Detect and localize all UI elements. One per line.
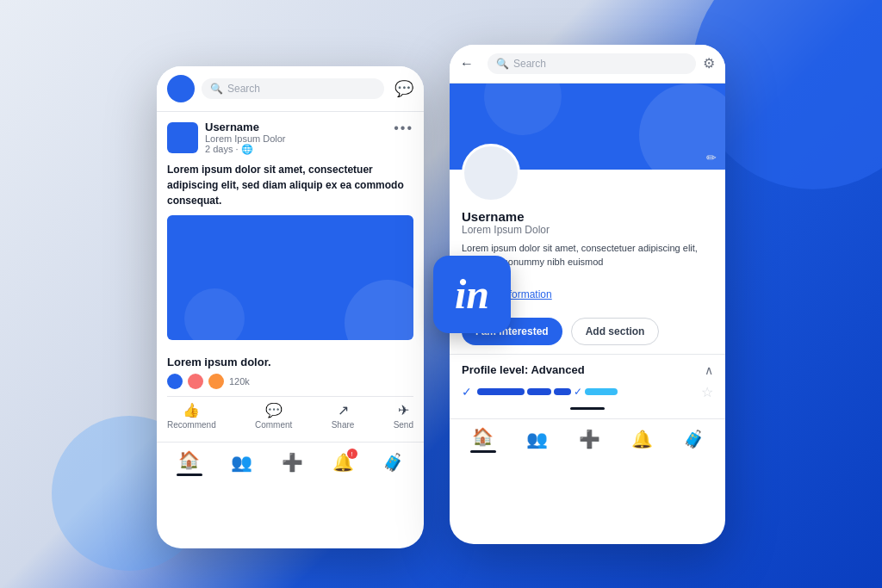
nav-item-home-right[interactable]: 🏠 [470, 426, 496, 453]
send-label: Send [394, 420, 413, 430]
reaction-dot-red [188, 374, 203, 389]
back-arrow-button[interactable]: ← [460, 56, 474, 71]
post-header: Username Lorem Ipsum Dolor 2 days · 🌐 ••… [167, 121, 413, 155]
recommend-label: Recommend [167, 420, 216, 430]
post-image-area [167, 215, 413, 340]
user-avatar-circle [167, 75, 195, 102]
progress-seg-3 [554, 388, 571, 395]
post-icon-right: ➕ [579, 429, 600, 449]
profile-avatar-container [462, 144, 725, 202]
check-icon-start: ✓ [462, 385, 472, 399]
add-section-button[interactable]: Add section [571, 318, 660, 345]
chevron-up-icon[interactable]: ∧ [705, 363, 713, 377]
banner-blob-2 [484, 84, 562, 135]
home-active-indicator-right [470, 450, 496, 453]
send-button[interactable]: ✈ Send [394, 402, 413, 430]
notifications-icon-right: 🔔 [631, 429, 653, 449]
post-card: Username Lorem Ipsum Dolor 2 days · 🌐 ••… [157, 112, 424, 349]
message-icon[interactable]: 💬 [394, 79, 413, 98]
left-phone-mockup: 🔍 Search 💬 Username Lorem Ipsum Dolor 2 … [157, 66, 424, 548]
share-label: Share [332, 420, 355, 430]
recommend-button[interactable]: 👍 Recommend [167, 402, 216, 430]
search-icon-left: 🔍 [210, 83, 223, 95]
post-caption: Lorem ipsum dolor. [167, 356, 413, 368]
nav-item-jobs-left[interactable]: 🧳 [382, 452, 404, 473]
nav-item-network-right[interactable]: 👥 [526, 429, 548, 449]
check-icon-mid: ✓ [574, 386, 582, 398]
progress-seg-2 [527, 388, 551, 395]
nav-item-jobs-right[interactable]: 🧳 [683, 429, 705, 449]
search-placeholder-left: Search [227, 83, 260, 95]
comment-icon: 💬 [265, 402, 283, 418]
reaction-count: 120k [229, 376, 250, 387]
post-body-text: Lorem ipsum dolor sit amet, consectetuer… [167, 162, 413, 208]
nav-item-post-right[interactable]: ➕ [579, 429, 600, 449]
profile-role: Lorem Ipsum Dolor [462, 224, 713, 236]
left-bottom-nav: 🏠 👥 ➕ 🔔 ! 🧳 [157, 442, 424, 480]
reaction-dot-orange [208, 374, 224, 389]
post-image-blob2 [184, 288, 245, 340]
progress-container: ✓ ✓ ☆ [462, 384, 713, 400]
jobs-icon-left: 🧳 [382, 452, 404, 473]
left-phone-header: 🔍 Search 💬 [157, 66, 424, 112]
post-options-dots[interactable]: ••• [394, 121, 413, 136]
network-icon-left: 👥 [231, 452, 252, 473]
post-bottom: Lorem ipsum dolor. 120k 👍 Recommend 💬 Co… [157, 349, 424, 442]
reaction-row: 120k [167, 374, 413, 389]
post-username: Username [205, 121, 286, 133]
right-phone-header: ← 🔍 Search ⚙ [450, 45, 725, 84]
network-icon-right: 👥 [526, 429, 548, 449]
nav-item-notifications-left[interactable]: 🔔 ! [332, 452, 354, 473]
linkedin-in-text: in [455, 274, 489, 315]
post-avatar [167, 122, 198, 153]
search-bar-right[interactable]: 🔍 Search [488, 53, 696, 74]
profile-level-title: Profile level: Advanced [462, 363, 585, 376]
right-bottom-nav: 🏠 👥 ➕ 🔔 🧳 [450, 418, 725, 456]
home-active-indicator [177, 473, 202, 476]
post-time: 2 days · 🌐 [205, 144, 286, 155]
profile-name: Username [462, 209, 713, 224]
send-icon: ✈ [398, 402, 409, 418]
nav-item-post-left[interactable]: ➕ [282, 452, 303, 473]
home-icon-left: 🏠 [178, 449, 200, 470]
nav-item-home-left[interactable]: 🏠 [177, 449, 202, 476]
home-icon-right: 🏠 [472, 426, 494, 447]
comment-button[interactable]: 💬 Comment [255, 402, 292, 430]
star-icon: ☆ [701, 384, 713, 400]
action-row: 👍 Recommend 💬 Comment ↗ Share ✈ Send [167, 396, 413, 430]
bottom-divider [570, 407, 605, 410]
post-subtitle: Lorem Ipsum Dolor [205, 133, 286, 144]
progress-bar: ✓ [477, 386, 696, 398]
progress-seg-1 [477, 388, 525, 395]
nav-item-network-left[interactable]: 👥 [231, 452, 252, 473]
profile-level-section: Profile level: Advanced ∧ ✓ ✓ ☆ [450, 354, 725, 418]
gear-icon-right[interactable]: ⚙ [703, 55, 715, 71]
search-icon-right: 🔍 [496, 58, 509, 70]
search-bar-left[interactable]: 🔍 Search [202, 78, 384, 99]
nav-item-notifications-right[interactable]: 🔔 [631, 429, 653, 449]
jobs-icon-right: 🧳 [683, 429, 705, 449]
share-icon: ↗ [338, 402, 349, 418]
post-user-info: Username Lorem Ipsum Dolor 2 days · 🌐 [167, 121, 286, 155]
share-button[interactable]: ↗ Share [332, 402, 355, 430]
notification-badge: ! [347, 449, 357, 459]
comment-label: Comment [255, 420, 292, 430]
profile-avatar-circle [462, 144, 520, 202]
search-placeholder-right: Search [513, 58, 546, 70]
post-icon-left: ➕ [282, 452, 303, 473]
progress-seg-4 [585, 388, 618, 395]
reaction-dot-blue [167, 374, 183, 389]
main-content: 🔍 Search 💬 Username Lorem Ipsum Dolor 2 … [0, 0, 882, 588]
profile-level-header: Profile level: Advanced ∧ [462, 363, 713, 377]
post-user-details: Username Lorem Ipsum Dolor 2 days · 🌐 [205, 121, 286, 155]
recommend-icon: 👍 [183, 402, 200, 418]
linkedin-logo-overlay: in [433, 256, 511, 333]
post-image-blob1 [345, 280, 413, 340]
